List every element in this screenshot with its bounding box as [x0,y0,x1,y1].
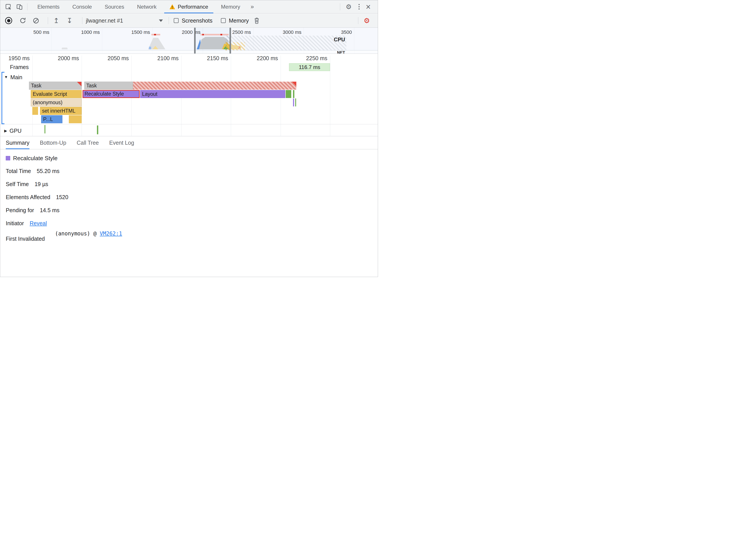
flame-bar-label: Evaluate Script [33,91,67,97]
inspect-element-icon[interactable] [4,3,13,11]
trash-icon[interactable] [254,17,260,24]
tab-label: Bottom-Up [40,140,66,146]
gpu-activity-mark [45,125,45,133]
detail-tabbar: Summary Bottom-Up Call Tree Event Log [0,136,378,149]
overview-tick: 3500 [319,30,352,35]
summary-title-row: Recalculate Style [6,155,378,162]
memory-toggle[interactable]: Memory [221,17,249,24]
memory-label: Memory [229,17,249,24]
flame-bar-recalculate-style[interactable]: Recalculate Style [83,90,140,98]
flame-bar-label: Layout [142,91,157,97]
load-profile-icon[interactable]: ↥ [53,17,59,24]
tab-network[interactable]: Network [130,0,163,13]
capture-settings-gear-icon[interactable]: ⚙ [364,17,370,24]
flame-bar-layout[interactable]: Layout [140,90,285,98]
tab-bottom-up[interactable]: Bottom-Up [40,136,66,149]
flame-bar[interactable] [293,90,294,98]
devtools-tabbar: Elements Console Sources Network Perform… [0,0,378,13]
flame-bar[interactable] [295,99,296,106]
settings-gear-icon[interactable]: ⚙ [346,4,352,10]
frames-track: Frames 116.7 ms [0,63,378,71]
tab-label: Performance [178,4,208,10]
flame-bar-parse-html[interactable]: P...L [41,115,62,123]
tabbar-right-controls: ⚙ × [338,3,375,11]
window-handle-left[interactable] [194,27,196,54]
long-task-marker-icon [292,81,296,86]
summary-label: Pending for [6,207,34,214]
profile-select[interactable]: jlwagner.net #1 [85,17,164,24]
ruler-tick: 2050 ms [96,55,129,61]
tab-memory[interactable]: Memory [215,0,247,13]
track-selection-bracket [2,72,2,124]
tab-console[interactable]: Console [66,0,98,13]
source-location-link[interactable]: VM262:1 [100,230,122,237]
long-task-stripes [133,81,296,90]
tab-label: Console [72,4,92,10]
overview-tick: 500 ms [16,30,49,35]
panel-tabs: Elements Console Sources Network Perform… [31,0,258,13]
long-task-indicator [151,34,160,36]
reveal-link[interactable]: Reveal [30,220,47,227]
flame-bar-evaluate-script[interactable]: Evaluate Script [31,90,82,98]
cpu-track-label: CPU [334,37,345,43]
summary-label: Total Time [6,168,31,174]
overview-dim-overlay [231,27,378,54]
reload-and-record-icon[interactable] [19,17,26,24]
stack-frame-function: (anonymous) @ [55,230,97,237]
summary-value: 55.20 ms [37,168,59,174]
summary-value: 1520 [56,194,68,201]
tab-event-log[interactable]: Event Log [109,136,134,149]
summary-label: Self Time [6,181,29,187]
main-track-header[interactable]: ▼ Main [4,73,22,81]
timeline-overview[interactable]: 500 ms 1000 ms 1500 ms 2000 ms 2500 ms 3… [0,27,378,54]
ruler-tick: 2250 ms [294,55,327,61]
performance-toolbar: ↥ ↧ jlwagner.net #1 Screenshots Memory ⚙ [0,14,378,27]
overview-tick: 2500 ms [218,30,251,35]
summary-label: Initiator [6,220,24,227]
save-profile-icon[interactable]: ↧ [67,17,72,24]
flame-bar-task[interactable]: Task [84,81,296,90]
ruler-tick: 2200 ms [245,55,278,61]
profile-select-value: jlwagner.net #1 [86,17,123,24]
flame-bar[interactable] [293,99,294,106]
timeline-ruler: 1950 ms 2000 ms 2050 ms 2100 ms 2150 ms … [0,54,378,63]
tab-label: Summary [6,140,30,146]
flame-bar[interactable] [286,90,291,98]
screenshots-toggle[interactable]: Screenshots [174,17,212,24]
screenshots-label: Screenshots [182,17,212,24]
frames-track-label: Frames [10,64,29,70]
net-track: NET [0,50,378,54]
tab-performance[interactable]: Performance [163,0,214,13]
rendering-color-swatch [6,156,10,160]
flame-bar[interactable] [69,115,82,123]
more-options-icon[interactable] [359,4,360,9]
memory-checkbox[interactable] [221,18,226,23]
tab-sources[interactable]: Sources [98,0,130,13]
summary-panel: Recalculate Style Total Time 55.20 ms Se… [0,150,378,277]
tab-summary[interactable]: Summary [6,136,30,149]
tab-label: Network [137,4,157,10]
summary-label: Elements Affected [6,194,50,201]
flame-bar-task[interactable]: Task [29,81,82,90]
record-button[interactable] [5,17,12,24]
tab-label: Call Tree [76,140,99,146]
device-toolbar-icon[interactable] [15,3,24,11]
screenshots-checkbox[interactable] [174,18,178,23]
close-icon[interactable]: × [366,3,371,11]
frame-duration-box[interactable]: 116.7 ms [289,63,330,71]
tab-call-tree[interactable]: Call Tree [76,136,99,149]
gpu-track-header[interactable]: ▶ GPU [4,127,21,135]
tab-label: Sources [105,4,124,10]
flame-bar-label: set innerHTML [42,108,75,114]
ruler-tick: 2100 ms [146,55,178,61]
window-handle-right[interactable] [229,27,231,54]
stack-trace: (anonymous) @ VM262:1 [55,230,122,237]
tab-label: Event Log [109,140,134,146]
more-tabs-button[interactable]: » [247,0,258,13]
flame-bar[interactable] [32,107,38,115]
summary-title: Recalculate Style [13,155,58,162]
tab-elements[interactable]: Elements [31,0,66,13]
flame-bar-anonymous[interactable]: (anonymous) [31,99,82,106]
flame-bar-set-innerhtml[interactable]: set innerHTML [40,107,82,115]
clear-recording-icon[interactable] [33,17,39,24]
